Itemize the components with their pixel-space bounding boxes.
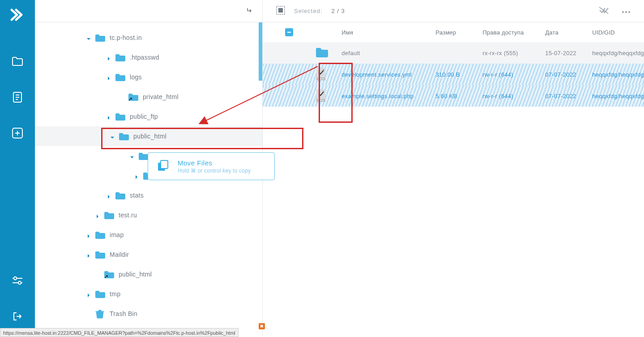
- folder-icon: [103, 270, 113, 278]
- chevron-icon[interactable]: [130, 154, 134, 158]
- deselect-icon[interactable]: [598, 6, 609, 16]
- tree-item-label: public_html: [119, 271, 152, 278]
- tree-item[interactable]: Trash Bin: [35, 304, 262, 324]
- folder-icon: [115, 191, 124, 199]
- move-files-tooltip: Move Files Hold ⌘ or control key to copy: [148, 152, 275, 180]
- tree-item-label: public_ftp: [130, 113, 158, 120]
- tree-item[interactable]: tc.p-host.in: [35, 28, 262, 48]
- file-name: development.services.yml: [341, 71, 435, 78]
- folder-icon: [115, 53, 124, 61]
- svg-point-28: [320, 99, 322, 101]
- tree-item[interactable]: .htpasswd: [35, 48, 262, 67]
- svg-point-25: [323, 78, 324, 79]
- svg-rect-14: [161, 160, 168, 168]
- chevron-icon[interactable]: [86, 292, 91, 296]
- file-date: 07-07-2022: [545, 71, 592, 78]
- nav-add-icon[interactable]: [8, 123, 27, 143]
- file-uid: heqqxfdg/heqqxfdg: [592, 71, 644, 78]
- col-size[interactable]: Размер: [435, 29, 482, 36]
- chevron-icon[interactable]: [86, 35, 91, 40]
- tree-item-label: .htpasswd: [130, 54, 159, 61]
- chevron-icon[interactable]: [107, 193, 111, 198]
- folder-icon: [138, 152, 148, 160]
- tree-item[interactable]: public_ftp: [35, 107, 262, 126]
- file-toolbar: Selected: 2 / 3: [263, 0, 644, 22]
- chevron-icon[interactable]: [86, 252, 91, 257]
- col-perm[interactable]: Права доступа: [482, 29, 545, 36]
- svg-rect-15: [278, 8, 283, 13]
- chevron-icon[interactable]: [107, 75, 111, 79]
- tree-item[interactable]: stats: [35, 186, 262, 205]
- tooltip-subtitle: Hold ⌘ or control key to copy: [178, 168, 251, 174]
- chevron-icon[interactable]: [95, 213, 100, 217]
- nav-logout-icon[interactable]: [8, 307, 27, 326]
- folder-icon: [94, 310, 104, 318]
- tree-item[interactable]: test.ru: [35, 205, 262, 225]
- more-menu-icon[interactable]: [622, 8, 631, 15]
- selected-label: Selected:: [294, 8, 322, 14]
- header-checkbox[interactable]: [285, 28, 293, 36]
- tree-toolbar: [35, 0, 262, 22]
- svg-point-29: [323, 99, 324, 101]
- chevron-icon[interactable]: [107, 55, 111, 60]
- tree-item-label: tc.p-host.in: [110, 34, 142, 41]
- tree-item-label: Maildir: [110, 251, 129, 258]
- svg-point-23: [318, 78, 320, 79]
- file-uid: heqqxfdg/heqqxfdg: [592, 50, 644, 56]
- status-bar-url: https://mensa.lite-host.in:2222/CMD_FILE…: [0, 328, 239, 337]
- copy-icon: [156, 159, 170, 174]
- tree-item-label: private_html: [143, 93, 179, 100]
- tree-scrollbar[interactable]: [259, 22, 262, 81]
- tree-item[interactable]: logs: [35, 67, 262, 87]
- file-list-pane: Selected: 2 / 3 Имя Размер Права доступа…: [263, 0, 644, 337]
- col-uid[interactable]: UID/GID: [592, 29, 644, 36]
- tree-item-label: test.ru: [119, 212, 137, 219]
- file-size: 310.00 B: [435, 71, 482, 78]
- col-name[interactable]: Имя: [341, 29, 435, 36]
- folder-icon: [128, 93, 137, 101]
- tree-item[interactable]: public_html: [35, 264, 262, 284]
- chevron-icon[interactable]: [134, 173, 139, 178]
- file-date: 07-07-2022: [545, 93, 592, 99]
- tree-item[interactable]: public_html: [35, 126, 262, 146]
- file-row[interactable]: development.services.yml310.00 Brw-r-r (…: [263, 64, 644, 85]
- file-type-icon: [315, 47, 341, 60]
- nav-files-icon[interactable]: [8, 52, 27, 71]
- file-type-icon: [315, 67, 341, 82]
- folder-icon: [115, 112, 124, 121]
- folder-icon: [118, 132, 128, 140]
- file-uid: heqqxfdg/heqqxfdg: [592, 93, 644, 99]
- trash-badge-icon: ✖: [259, 323, 265, 329]
- tree-item-label: imap: [110, 231, 124, 238]
- tree-item[interactable]: Maildir: [35, 245, 262, 264]
- chevron-icon[interactable]: [110, 134, 115, 138]
- tree-item[interactable]: private_html: [35, 87, 262, 107]
- tree-item[interactable]: tmp: [35, 284, 262, 304]
- svg-point-19: [625, 11, 627, 13]
- chevron-icon[interactable]: [107, 114, 111, 119]
- select-all-icon[interactable]: [276, 6, 285, 16]
- folder-icon: [94, 251, 104, 259]
- file-row[interactable]: defaultrx-rx-rx (555)15-07-2022heqqxfdg/…: [263, 42, 644, 64]
- selected-count: 2 / 3: [332, 8, 345, 14]
- folder-icon: [103, 211, 113, 219]
- app-logo-icon[interactable]: [9, 6, 26, 25]
- nav-notes-icon[interactable]: [8, 87, 27, 107]
- col-date[interactable]: Дата: [545, 29, 592, 36]
- enter-folder-icon[interactable]: [246, 7, 253, 15]
- tree-item-label: public_html: [133, 133, 166, 140]
- nav-settings-icon[interactable]: [8, 271, 27, 290]
- tree-item-label: stats: [130, 192, 144, 199]
- file-name: default: [341, 50, 435, 56]
- tree-item[interactable]: imap: [35, 225, 262, 245]
- file-permissions: rx-rx-rx (555): [482, 50, 545, 56]
- chevron-icon[interactable]: [86, 233, 91, 237]
- svg-point-10: [18, 281, 21, 284]
- file-name: example.settings.local.php: [341, 93, 435, 99]
- folder-icon: [94, 34, 104, 42]
- file-type-icon: [315, 88, 341, 104]
- tree-item-label: logs: [130, 73, 142, 81]
- svg-point-18: [622, 11, 624, 13]
- svg-point-27: [318, 99, 320, 101]
- file-row[interactable]: example.settings.local.php5.60 KBrw-r-r …: [263, 85, 644, 107]
